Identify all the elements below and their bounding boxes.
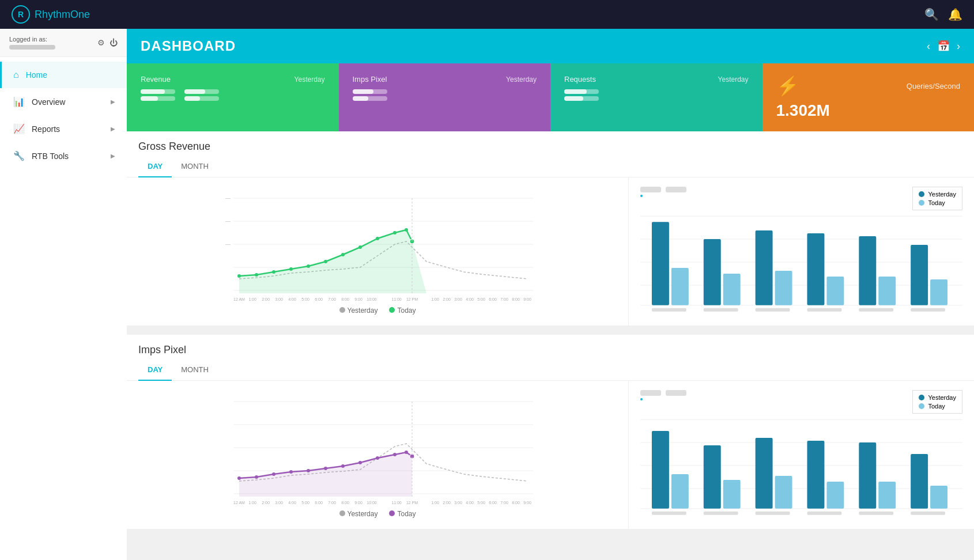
card-label: Imps Pixel [353, 75, 387, 84]
svg-text:4:00: 4:00 [288, 501, 296, 505]
svg-text:8:00: 8:00 [512, 501, 520, 505]
svg-rect-56 [826, 277, 844, 305]
sidebar-user: Logged in as: ⚙ ⏻ [0, 29, 127, 57]
card-sublabel: Yesterday [295, 75, 325, 84]
line-chart-legend: Yesterday Today [138, 307, 617, 315]
card-label: Queries/Second [907, 82, 960, 90]
sidebar-item-overview[interactable]: 📊 Overview ▶ [0, 88, 127, 115]
svg-text:7:00: 7:00 [500, 297, 508, 301]
tab-month-imps[interactable]: MONTH [172, 361, 218, 381]
chevron-right-icon: ▶ [111, 126, 115, 132]
svg-point-81 [376, 456, 379, 460]
sidebar-item-label: Overview [32, 97, 65, 107]
app-body: Logged in as: ⚙ ⏻ ⌂ Home 📊 Overview ▶ 📈 … [0, 29, 974, 560]
svg-text:2:00: 2:00 [262, 297, 270, 301]
imps-pixel-title: Imps Pixel [127, 335, 974, 361]
svg-text:4:00: 4:00 [466, 297, 474, 301]
prev-icon[interactable]: ‹ [927, 40, 930, 52]
stat-card-queries: ⚡ Queries/Second 1.302M [762, 63, 975, 131]
imps-pixel-line-chart: 12 AM 1:00 2:00 3:00 4:00 5:00 6:00 7:00… [127, 381, 628, 529]
svg-text:9:00: 9:00 [523, 297, 531, 301]
svg-point-78 [324, 467, 327, 470]
sidebar-item-reports[interactable]: 📈 Reports ▶ [0, 115, 127, 142]
sidebar-item-rtbtools[interactable]: 🔧 RTB Tools ▶ [0, 142, 127, 169]
svg-rect-127 [756, 512, 790, 515]
card-sublabel: Yesterday [506, 75, 537, 84]
gross-revenue-section: Gross Revenue DAY MONTH [127, 131, 974, 326]
svg-text:4:00: 4:00 [288, 297, 296, 301]
stat-card-revenue: Revenue Yesterday [127, 63, 339, 131]
header-actions: ‹ 📅 › [927, 40, 960, 52]
stat-bar-4 [184, 96, 219, 101]
stat-bar-2 [353, 96, 387, 101]
gross-revenue-bar-chart: Yesterday Today [628, 177, 974, 326]
svg-text:5:00: 5:00 [477, 297, 485, 301]
bell-icon[interactable]: 🔔 [948, 7, 962, 21]
sidebar-item-home[interactable]: ⌂ Home [0, 62, 127, 88]
gross-revenue-title: Gross Revenue [127, 131, 974, 157]
svg-text:11:00: 11:00 [391, 297, 402, 301]
svg-text:6:00: 6:00 [315, 297, 323, 301]
gross-revenue-line-chart: — — — [127, 177, 628, 326]
search-icon[interactable]: 🔍 [924, 7, 939, 21]
queries-value: 1.302M [776, 101, 961, 120]
stat-card-header: Requests Yesterday [564, 75, 749, 84]
settings-icon[interactable]: ⚙ [97, 38, 105, 47]
svg-rect-53 [756, 230, 773, 305]
svg-text:1:00: 1:00 [248, 501, 256, 505]
tab-month-revenue[interactable]: MONTH [172, 157, 218, 177]
stat-card-header: Imps Pixel Yesterday [353, 75, 537, 84]
stat-bar-1 [564, 89, 599, 94]
main-content: DASHBOARD ‹ 📅 › Revenue Yesterday [127, 29, 974, 560]
tab-day-revenue[interactable]: DAY [138, 157, 172, 177]
svg-text:—: — [225, 195, 231, 201]
svg-point-82 [393, 453, 397, 456]
stat-card-requests: Requests Yesterday [550, 63, 762, 131]
logo-area: R RhythmOne [12, 5, 90, 24]
logout-icon[interactable]: ⏻ [110, 38, 118, 47]
svg-rect-52 [723, 274, 741, 305]
imps-line-chart-svg: 12 AM 1:00 2:00 3:00 4:00 5:00 6:00 7:00… [138, 390, 617, 505]
bar-legend-today-imps: Today [919, 403, 956, 410]
svg-text:5:00: 5:00 [477, 501, 485, 505]
svg-rect-57 [859, 236, 876, 305]
bar-legend-yesterday-imps: Yesterday [919, 394, 956, 401]
svg-text:3:00: 3:00 [275, 297, 283, 301]
svg-text:9:00: 9:00 [354, 297, 363, 301]
stat-bar-1 [141, 89, 175, 94]
line-chart-svg: — — — [138, 187, 617, 302]
stat-card-header: ⚡ Queries/Second [776, 75, 961, 97]
svg-rect-121 [859, 442, 876, 509]
svg-text:12 PM: 12 PM [406, 297, 418, 301]
svg-rect-118 [775, 476, 792, 509]
svg-point-18 [393, 231, 397, 234]
home-icon: ⌂ [13, 70, 19, 80]
svg-point-11 [272, 270, 275, 274]
username-placeholder [9, 45, 55, 50]
stat-bar-2 [564, 96, 599, 101]
svg-point-13 [307, 264, 310, 268]
tab-day-imps[interactable]: DAY [138, 361, 172, 381]
svg-point-77 [307, 469, 310, 472]
sidebar-item-label: RTB Tools [32, 152, 69, 161]
logo-text: RhythmOne [35, 9, 90, 21]
svg-point-16 [358, 245, 362, 249]
reports-icon: 📈 [13, 123, 25, 134]
imps-pixel-section: Imps Pixel DAY MONTH [127, 335, 974, 529]
svg-rect-117 [756, 438, 773, 509]
imps-pixel-chart-container: 12 AM 1:00 2:00 3:00 4:00 5:00 6:00 7:00… [127, 381, 974, 529]
svg-rect-120 [826, 482, 844, 509]
svg-rect-58 [878, 277, 896, 305]
svg-point-17 [376, 237, 379, 240]
svg-text:12 AM: 12 AM [233, 297, 245, 301]
imps-line-chart-legend: Yesterday Today [138, 510, 617, 518]
svg-rect-65 [859, 308, 893, 312]
svg-text:1:00: 1:00 [248, 297, 256, 301]
calendar-icon[interactable]: 📅 [937, 40, 950, 52]
svg-point-9 [237, 274, 241, 278]
next-icon[interactable]: › [957, 40, 960, 52]
svg-text:9:00: 9:00 [354, 501, 363, 505]
nav-icons: 🔍 🔔 [924, 7, 962, 21]
svg-text:7:00: 7:00 [500, 501, 508, 505]
sidebar: Logged in as: ⚙ ⏻ ⌂ Home 📊 Overview ▶ 📈 … [0, 29, 127, 560]
